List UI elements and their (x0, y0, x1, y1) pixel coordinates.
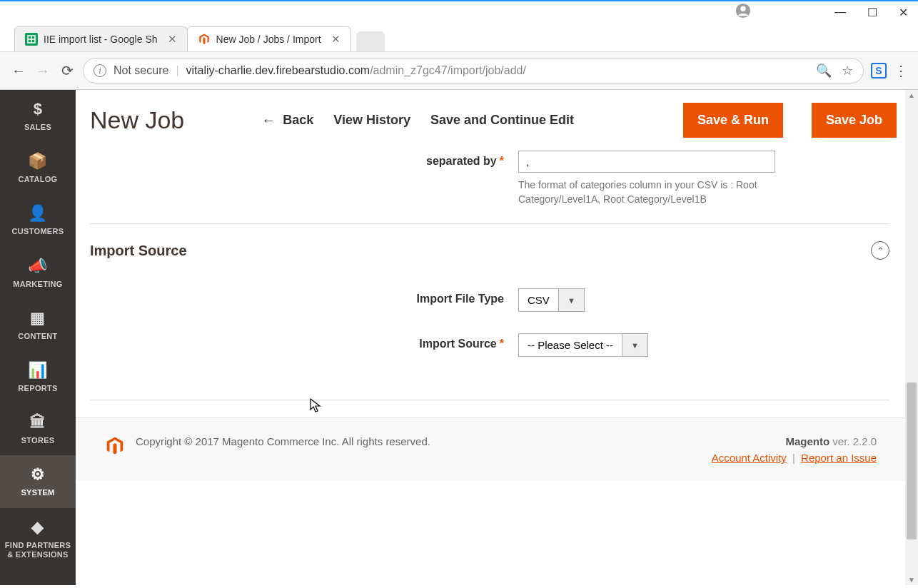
import-source-select[interactable]: -- Please Select -- ▼ (518, 333, 648, 357)
address-bar: ← → ⟳ i Not secure | vitaliy-charlie.dev… (0, 51, 918, 90)
sidebar-item-stores[interactable]: 🏛STORES (0, 403, 76, 455)
file-type-select[interactable]: CSV ▼ (518, 288, 585, 312)
sidebar-item-reports[interactable]: 📊REPORTS (0, 351, 76, 403)
minimize-button[interactable]: — (834, 6, 846, 19)
mouse-cursor-icon (310, 398, 323, 414)
scroll-up-icon[interactable]: ▲ (905, 91, 918, 99)
copyright-text: Copyright © 2017 Magento Commerce Inc. A… (136, 435, 430, 447)
scroll-down-icon[interactable]: ▼ (905, 576, 918, 584)
browser-tab[interactable]: IIE import list - Google Sh ✕ (14, 26, 188, 51)
scrollbar-thumb[interactable] (907, 382, 917, 539)
form-area: separated by* The format of categories c… (76, 151, 918, 400)
sidebar-item-catalog[interactable]: 📦CATALOG (0, 142, 76, 194)
browser-tab-active[interactable]: New Job / Jobs / Import ✕ (187, 26, 351, 51)
new-tab-button[interactable] (356, 31, 385, 51)
close-window-button[interactable]: ✕ (899, 6, 908, 19)
tab-title: New Job / Jobs / Import (216, 34, 321, 45)
section-title: Import Source (90, 243, 187, 259)
select-value: -- Please Select -- (519, 334, 622, 356)
required-icon: * (500, 155, 504, 167)
save-continue-link[interactable]: Save and Continue Edit (430, 113, 574, 128)
tab-title: IIE import list - Google Sh (44, 34, 158, 45)
url-input[interactable]: i Not secure | vitaliy-charlie.dev.fireb… (83, 58, 864, 83)
sidebar-item-sales[interactable]: $SALES (0, 90, 76, 142)
back-button[interactable]: ← (10, 63, 27, 79)
save-run-button[interactable]: Save & Run (683, 103, 783, 138)
divider (90, 400, 889, 400)
browser-menu-icon[interactable]: ⋮ (894, 62, 908, 79)
account-activity-link[interactable]: Account Activity (712, 452, 787, 464)
sheets-favicon-icon (25, 33, 38, 46)
view-history-link[interactable]: View History (333, 113, 410, 128)
gear-icon: ⚙ (31, 465, 45, 484)
close-tab-icon[interactable]: ✕ (168, 33, 177, 46)
forward-button[interactable]: → (34, 63, 51, 79)
field-label: separated by* (297, 151, 518, 168)
zoom-icon[interactable]: 🔍 (816, 63, 832, 78)
url-host: vitaliy-charlie.dev.firebearstudio.com/a… (186, 64, 526, 77)
magento-logo-icon (104, 435, 126, 457)
version-label: ver. 2.2.0 (829, 435, 877, 447)
box-icon: 📦 (28, 152, 47, 171)
storefront-icon: 🏛 (30, 413, 46, 432)
sidebar-item-partners[interactable]: ◆FIND PARTNERS & EXTENSIONS (0, 508, 76, 569)
dollar-icon: $ (34, 100, 43, 118)
info-icon[interactable]: i (94, 64, 106, 77)
browser-chrome: — ☐ ✕ IIE import list - Google Sh ✕ New … (0, 0, 918, 90)
report-issue-link[interactable]: Report an Issue (801, 452, 877, 464)
collapse-toggle-icon[interactable]: ⌃ (871, 241, 889, 260)
window-controls: — ☐ ✕ (0, 1, 918, 23)
back-link[interactable]: ←Back (261, 112, 313, 128)
close-tab-icon[interactable]: ✕ (331, 33, 341, 46)
tab-bar: IIE import list - Google Sh ✕ New Job / … (0, 23, 918, 51)
layout-icon: ▦ (30, 309, 45, 328)
field-file-type: Import File Type CSV ▼ (297, 288, 889, 312)
person-icon: 👤 (28, 204, 47, 223)
maximize-button[interactable]: ☐ (867, 6, 877, 19)
page-title: New Job (90, 106, 184, 134)
svg-point-1 (740, 6, 745, 11)
chevron-down-icon: ▼ (558, 289, 584, 311)
admin-sidebar: $SALES 📦CATALOG 👤CUSTOMERS 📣MARKETING ▦C… (0, 90, 76, 585)
field-import-source: Import Source* -- Please Select -- ▼ (297, 333, 889, 357)
megaphone-icon: 📣 (28, 257, 47, 275)
page-header: New Job ←Back View History Save and Cont… (76, 90, 918, 151)
page-footer: Copyright © 2017 Magento Commerce Inc. A… (76, 417, 905, 481)
required-icon: * (500, 338, 504, 350)
vertical-scrollbar[interactable]: ▲ ▼ (905, 90, 918, 585)
chart-icon: 📊 (28, 361, 47, 380)
reload-button[interactable]: ⟳ (59, 62, 76, 79)
magento-favicon-icon (198, 33, 211, 46)
bookmark-icon[interactable]: ☆ (842, 63, 853, 78)
diamond-icon: ◆ (31, 518, 44, 537)
field-label: Import Source* (297, 333, 518, 350)
help-text: The format of categories column in your … (518, 178, 790, 206)
page-body: $SALES 📦CATALOG 👤CUSTOMERS 📣MARKETING ▦C… (0, 90, 918, 585)
field-label: Import File Type (297, 288, 518, 305)
section-header[interactable]: Import Source ⌃ (90, 241, 889, 260)
select-value: CSV (519, 289, 558, 311)
save-job-button[interactable]: Save Job (812, 103, 897, 138)
brand-label: Magento (785, 435, 829, 447)
divider (90, 223, 889, 224)
extension-icon[interactable]: S (871, 63, 887, 78)
sidebar-item-content[interactable]: ▦CONTENT (0, 299, 76, 351)
security-label: Not secure (114, 64, 168, 77)
chevron-down-icon: ▼ (622, 334, 647, 356)
field-separated-by: separated by* The format of categories c… (297, 151, 889, 206)
content-area: New Job ←Back View History Save and Cont… (76, 90, 918, 585)
separated-by-input[interactable] (518, 151, 775, 173)
sidebar-item-system[interactable]: ⚙SYSTEM (0, 455, 76, 507)
sidebar-item-customers[interactable]: 👤CUSTOMERS (0, 194, 76, 246)
sidebar-item-marketing[interactable]: 📣MARKETING (0, 247, 76, 299)
arrow-left-icon: ← (261, 112, 276, 128)
user-avatar-icon[interactable] (735, 3, 751, 21)
